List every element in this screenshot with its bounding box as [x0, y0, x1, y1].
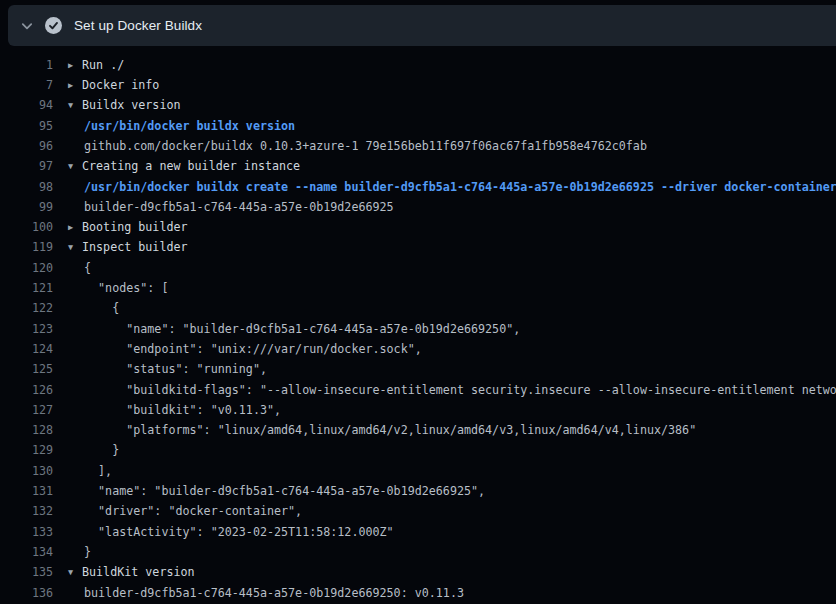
line-number[interactable]: 123	[0, 319, 53, 339]
line-number[interactable]: 97	[0, 156, 53, 176]
check-circle-icon	[45, 17, 62, 34]
step-header[interactable]: Set up Docker Buildx	[8, 5, 836, 46]
line-number[interactable]: 127	[0, 400, 53, 420]
log-lines: 1▶Run ./7▶Docker info94▼Buildx version95…	[0, 46, 836, 604]
line-number[interactable]: 130	[0, 461, 53, 481]
marker-spacer	[53, 542, 82, 562]
log-line[interactable]: 97▼Creating a new builder instance	[0, 156, 836, 176]
chevron-down-icon[interactable]	[20, 19, 34, 33]
marker-spacer	[53, 136, 82, 156]
log-group-title: Creating a new builder instance	[82, 156, 836, 176]
line-number[interactable]: 7	[0, 75, 53, 95]
log-output-text: "name": "builder-d9cfb5a1-c764-445a-a57e…	[82, 481, 836, 501]
log-output-text: }	[82, 440, 836, 460]
log-output-text: "nodes": [	[82, 278, 836, 298]
step-title: Set up Docker Buildx	[74, 18, 202, 33]
marker-spacer	[53, 400, 82, 420]
line-number[interactable]: 131	[0, 481, 53, 501]
log-line[interactable]: 7▶Docker info	[0, 75, 836, 95]
log-line[interactable]: 1▶Run ./	[0, 55, 836, 75]
log-line[interactable]: 135▼BuildKit version	[0, 562, 836, 582]
marker-spacer	[53, 481, 82, 501]
log-line: 124 "endpoint": "unix:///var/run/docker.…	[0, 339, 836, 359]
log-group-title: Inspect builder	[82, 237, 836, 257]
log-line: 129 }	[0, 440, 836, 460]
line-number[interactable]: 134	[0, 542, 53, 562]
log-line: 130 ],	[0, 461, 836, 481]
marker-spacer	[53, 339, 82, 359]
line-number[interactable]: 100	[0, 217, 53, 237]
log-output-text: {	[82, 258, 836, 278]
log-output-text: github.com/docker/buildx 0.10.3+azure-1 …	[82, 136, 836, 156]
line-number[interactable]: 133	[0, 522, 53, 542]
log-group-title: Buildx version	[82, 95, 836, 115]
line-number[interactable]: 119	[0, 237, 53, 257]
group-expanded-icon[interactable]: ▼	[53, 562, 82, 582]
group-collapsed-icon[interactable]: ▶	[53, 217, 82, 237]
line-number[interactable]: 94	[0, 95, 53, 115]
log-line: 134}	[0, 542, 836, 562]
log-output-text: "name": "builder-d9cfb5a1-c764-445a-a57e…	[82, 319, 836, 339]
line-number[interactable]: 95	[0, 116, 53, 136]
log-output-text: "platforms": "linux/amd64,linux/amd64/v2…	[82, 420, 836, 440]
line-number[interactable]: 136	[0, 583, 53, 603]
line-number[interactable]: 1	[0, 55, 53, 75]
log-group-title: Booting builder	[82, 217, 836, 237]
log-line: 131 "name": "builder-d9cfb5a1-c764-445a-…	[0, 481, 836, 501]
log-line: 132 "driver": "docker-container",	[0, 501, 836, 521]
marker-spacer	[53, 501, 82, 521]
log-line: 120{	[0, 258, 836, 278]
marker-spacer	[53, 116, 82, 136]
log-line: 122 {	[0, 298, 836, 318]
log-output-text: ],	[82, 461, 836, 481]
log-output-text: {	[82, 298, 836, 318]
log-output-text: "buildkitd-flags": "--allow-insecure-ent…	[82, 380, 836, 400]
line-number[interactable]: 129	[0, 440, 53, 460]
log-output-text: "endpoint": "unix:///var/run/docker.sock…	[82, 339, 836, 359]
log-line[interactable]: 94▼Buildx version	[0, 95, 836, 115]
log-output-text: "status": "running",	[82, 359, 836, 379]
group-expanded-icon[interactable]: ▼	[53, 237, 82, 257]
log-line: 128 "platforms": "linux/amd64,linux/amd6…	[0, 420, 836, 440]
marker-spacer	[53, 522, 82, 542]
line-number[interactable]: 120	[0, 258, 53, 278]
marker-spacer	[53, 461, 82, 481]
log-output-text: "buildkit": "v0.11.3",	[82, 400, 836, 420]
line-number[interactable]: 124	[0, 339, 53, 359]
log-line[interactable]: 119▼Inspect builder	[0, 237, 836, 257]
line-number[interactable]: 128	[0, 420, 53, 440]
log-line: 125 "status": "running",	[0, 359, 836, 379]
marker-spacer	[53, 278, 82, 298]
line-number[interactable]: 121	[0, 278, 53, 298]
log-line: 121 "nodes": [	[0, 278, 836, 298]
line-number[interactable]: 132	[0, 501, 53, 521]
line-number[interactable]: 98	[0, 177, 53, 197]
marker-spacer	[53, 197, 82, 217]
log-output-text: builder-d9cfb5a1-c764-445a-a57e-0b19d2e6…	[82, 197, 836, 217]
marker-spacer	[53, 258, 82, 278]
group-expanded-icon[interactable]: ▼	[53, 156, 82, 176]
log-output-text: }	[82, 542, 836, 562]
group-collapsed-icon[interactable]: ▶	[53, 75, 82, 95]
log-group-title: Docker info	[82, 75, 836, 95]
line-number[interactable]: 125	[0, 359, 53, 379]
line-number[interactable]: 99	[0, 197, 53, 217]
log-line: 99builder-d9cfb5a1-c764-445a-a57e-0b19d2…	[0, 197, 836, 217]
log-line: 123 "name": "builder-d9cfb5a1-c764-445a-…	[0, 319, 836, 339]
group-collapsed-icon[interactable]: ▶	[53, 55, 82, 75]
marker-spacer	[53, 583, 82, 603]
log-line: 95/usr/bin/docker buildx version	[0, 116, 836, 136]
line-number[interactable]: 126	[0, 380, 53, 400]
line-number[interactable]: 96	[0, 136, 53, 156]
line-number[interactable]: 122	[0, 298, 53, 318]
marker-spacer	[53, 359, 82, 379]
log-command-text: /usr/bin/docker buildx version	[82, 116, 836, 136]
log-output-text: "lastActivity": "2023-02-25T11:58:12.000…	[82, 522, 836, 542]
log-line: 127 "buildkit": "v0.11.3",	[0, 400, 836, 420]
log-line: 136builder-d9cfb5a1-c764-445a-a57e-0b19d…	[0, 583, 836, 603]
marker-spacer	[53, 298, 82, 318]
log-line[interactable]: 100▶Booting builder	[0, 217, 836, 237]
marker-spacer	[53, 380, 82, 400]
line-number[interactable]: 135	[0, 562, 53, 582]
group-expanded-icon[interactable]: ▼	[53, 95, 82, 115]
